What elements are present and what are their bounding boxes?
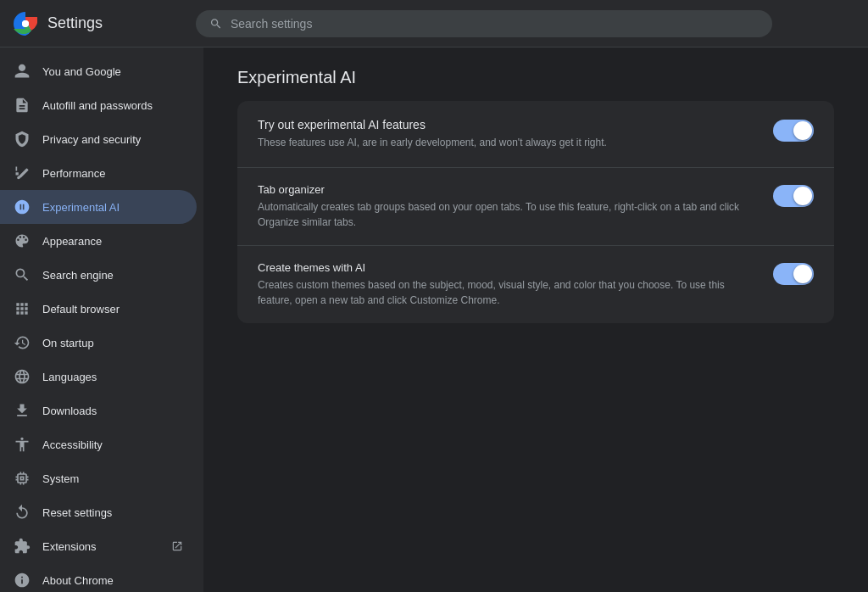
chrome-logo-icon [14, 12, 37, 36]
performance-icon [14, 165, 31, 182]
sidebar-item-languages[interactable]: Languages [0, 360, 197, 394]
sidebar-item-label: System [42, 472, 79, 485]
section-title: Experimental AI [237, 68, 834, 87]
sidebar-item-reset-settings[interactable]: Reset settings [0, 495, 197, 529]
create-themes-row: Create themes with AI Creates custom the… [237, 246, 834, 323]
sidebar-item-label: Performance [42, 167, 105, 180]
about-icon [14, 572, 31, 589]
sidebar: You and Google Autofill and passwords Pr… [0, 47, 203, 592]
create-themes-toggle[interactable] [773, 263, 814, 285]
sub-items-list: Tab organizer Automatically creates tab … [237, 167, 834, 323]
card-title: Try out experimental AI features [258, 118, 760, 131]
tab-organizer-text: Tab organizer Automatically creates tab … [258, 183, 760, 230]
tab-organizer-toggle[interactable] [773, 185, 814, 207]
card-description: These features use AI, are in early deve… [258, 135, 760, 150]
sidebar-item-label: Privacy and security [42, 133, 141, 146]
person-icon [14, 63, 31, 80]
sidebar-item-label: Default browser [42, 303, 120, 316]
svg-point-1 [22, 20, 29, 27]
sidebar-item-performance[interactable]: Performance [0, 156, 197, 190]
sidebar-item-label: On startup [42, 337, 94, 349]
search-input[interactable] [231, 17, 759, 31]
sidebar-item-label: Search engine [42, 269, 114, 282]
sidebar-item-label: Reset settings [42, 506, 112, 519]
card-main-row: Try out experimental AI features These f… [237, 101, 834, 167]
sidebar-item-system[interactable]: System [0, 461, 197, 495]
sidebar-item-label: You and Google [42, 65, 121, 78]
tab-organizer-title: Tab organizer [258, 183, 760, 196]
main-content: Experimental AI Try out experimental AI … [203, 47, 868, 592]
downloads-icon [14, 402, 31, 419]
reset-icon [14, 504, 31, 521]
sidebar-item-appearance[interactable]: Appearance [0, 224, 197, 258]
startup-icon [14, 334, 31, 351]
sidebar-item-downloads[interactable]: Downloads [0, 394, 197, 427]
header: Settings [0, 0, 868, 47]
layout: You and Google Autofill and passwords Pr… [0, 47, 868, 592]
sidebar-item-you-and-google[interactable]: You and Google [0, 54, 197, 88]
card-text: Try out experimental AI features These f… [258, 118, 760, 150]
sidebar-item-label: Autofill and passwords [42, 99, 153, 112]
sidebar-item-search-engine[interactable]: Search engine [0, 258, 197, 292]
sidebar-item-label: Accessibility [42, 438, 103, 451]
autofill-icon [14, 97, 31, 114]
extensions-icon [14, 538, 31, 555]
sidebar-item-extensions[interactable]: Extensions [0, 529, 197, 563]
sidebar-item-label: Experimental AI [42, 201, 120, 214]
tab-organizer-row: Tab organizer Automatically creates tab … [237, 168, 834, 246]
system-icon [14, 470, 31, 487]
search-icon [209, 17, 222, 31]
sidebar-item-label: Downloads [42, 405, 97, 417]
browser-icon [14, 300, 31, 317]
sidebar-item-autofill-passwords[interactable]: Autofill and passwords [0, 88, 197, 122]
sidebar-item-default-browser[interactable]: Default browser [0, 292, 197, 326]
sidebar-item-label: Languages [42, 371, 97, 383]
ai-icon [14, 198, 31, 215]
shield-icon [14, 131, 31, 148]
sidebar-item-privacy-security[interactable]: Privacy and security [0, 122, 197, 156]
create-themes-description: Creates custom themes based on the subje… [258, 277, 760, 308]
experimental-ai-card: Try out experimental AI features These f… [237, 101, 834, 323]
create-themes-title: Create themes with AI [258, 261, 760, 274]
search-bar[interactable] [196, 10, 772, 37]
sidebar-item-on-startup[interactable]: On startup [0, 326, 197, 360]
sidebar-item-label: Extensions [42, 540, 97, 553]
sidebar-item-about-chrome[interactable]: About Chrome [0, 563, 197, 592]
create-themes-text: Create themes with AI Creates custom the… [258, 261, 760, 308]
sidebar-item-accessibility[interactable]: Accessibility [0, 427, 197, 461]
experimental-ai-toggle[interactable] [773, 120, 814, 142]
sidebar-item-label: Appearance [42, 235, 102, 248]
search-icon [14, 266, 31, 283]
languages-icon [14, 368, 31, 385]
appearance-icon [14, 232, 31, 249]
external-link-icon [171, 540, 183, 552]
sidebar-item-experimental-ai[interactable]: Experimental AI [0, 190, 197, 224]
tab-organizer-description: Automatically creates tab groups based o… [258, 199, 760, 230]
page-title: Settings [47, 14, 103, 32]
accessibility-icon [14, 436, 31, 453]
sidebar-item-label: About Chrome [42, 574, 114, 587]
